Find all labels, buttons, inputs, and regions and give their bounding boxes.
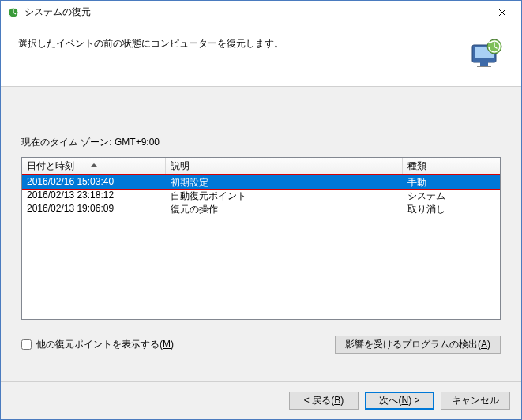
close-icon	[498, 9, 506, 17]
restore-points-table[interactable]: 日付と時刻 説明 種類 2016/02/16 15:03:40初期設定手動201…	[21, 157, 501, 320]
table-row[interactable]: 2016/02/16 15:03:40初期設定手動	[22, 175, 500, 189]
scan-affected-button[interactable]: 影響を受けるプログラムの検出(A)	[335, 336, 501, 354]
cell-description: 自動復元ポイント	[166, 189, 403, 202]
cell-type: システム	[403, 189, 500, 202]
cell-description: 初期設定	[166, 175, 403, 189]
cancel-button[interactable]: キャンセル	[441, 392, 510, 410]
col-description[interactable]: 説明	[166, 158, 403, 174]
cell-datetime: 2016/02/16 15:03:40	[22, 175, 166, 189]
footer: < 戻る(B) 次へ(N) > キャンセル	[1, 381, 521, 419]
cell-description: 復元の操作	[166, 202, 403, 216]
timezone-label: 現在のタイム ゾーン: GMT+9:00	[21, 136, 501, 149]
close-button[interactable]	[484, 1, 520, 24]
show-more-label: 他の復元ポイントを表示する(M)	[36, 338, 174, 351]
lower-controls: 他の復元ポイントを表示する(M) 影響を受けるプログラムの検出(A)	[21, 336, 501, 354]
system-restore-window: システムの復元 選択したイベントの前の状態にコンピューターを復元します。 現在の…	[0, 0, 522, 420]
window-title: システムの復元	[24, 6, 91, 19]
header-text: 選択したイベントの前の状態にコンピューターを復元します。	[18, 36, 458, 51]
svg-rect-3	[480, 62, 488, 66]
table-header: 日付と時刻 説明 種類	[22, 158, 500, 175]
header: 選択したイベントの前の状態にコンピューターを復元します。	[1, 24, 521, 87]
titlebar: システムの復元	[1, 1, 521, 24]
cell-datetime: 2016/02/13 19:06:09	[22, 202, 166, 216]
back-button[interactable]: < 戻る(B)	[289, 392, 359, 410]
body: 現在のタイム ゾーン: GMT+9:00 日付と時刻 説明 種類 2016/02…	[1, 87, 521, 381]
svg-rect-4	[477, 66, 491, 67]
cell-datetime: 2016/02/13 23:18:12	[22, 189, 166, 202]
col-type[interactable]: 種類	[403, 158, 500, 174]
next-button[interactable]: 次へ(N) >	[365, 392, 434, 410]
show-more-checkbox-wrap[interactable]: 他の復元ポイントを表示する(M)	[21, 338, 174, 351]
sort-indicator-icon	[91, 159, 97, 170]
table-row[interactable]: 2016/02/13 19:06:09復元の操作取り消し	[22, 202, 500, 216]
cell-type: 取り消し	[403, 202, 500, 216]
col-datetime[interactable]: 日付と時刻	[22, 158, 166, 174]
cell-type: 手動	[403, 175, 500, 189]
restore-icon	[7, 6, 20, 19]
restore-computer-icon	[466, 36, 504, 73]
table-row[interactable]: 2016/02/13 23:18:12自動復元ポイントシステム	[22, 189, 500, 202]
table-body: 2016/02/16 15:03:40初期設定手動2016/02/13 23:1…	[22, 175, 500, 216]
show-more-checkbox[interactable]	[21, 339, 32, 350]
